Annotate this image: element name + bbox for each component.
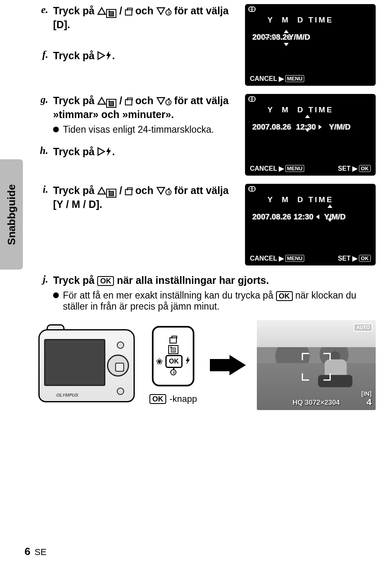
svg-marker-0 bbox=[98, 8, 105, 14]
svg-marker-6 bbox=[98, 148, 105, 155]
step-j-bullet: För att få en mer exakt inställning kan … bbox=[53, 290, 376, 312]
auto-badge: AUTO bbox=[354, 323, 372, 332]
up-triangle-icon bbox=[97, 187, 106, 195]
lcd1-header: Y M D TIME bbox=[267, 16, 334, 25]
step-letter-g: g. bbox=[37, 94, 48, 122]
bullet-icon bbox=[53, 292, 59, 298]
sidebar-tab: Snabbguide bbox=[0, 159, 23, 270]
step-j: j. Tryck på OK när alla inställningar ha… bbox=[37, 274, 376, 288]
right-triangle-icon bbox=[97, 147, 105, 156]
flash-icon bbox=[105, 147, 112, 156]
exposure-icon: ▨ bbox=[106, 9, 116, 18]
print-icon bbox=[125, 189, 132, 195]
step-letter-e: e. bbox=[37, 4, 48, 32]
focus-bracket-icon bbox=[323, 373, 331, 381]
svg-marker-3 bbox=[106, 51, 111, 60]
left-arrow-icon bbox=[316, 214, 319, 219]
clock-icon bbox=[248, 96, 256, 102]
up-arrow-icon bbox=[284, 30, 289, 33]
up-triangle-icon bbox=[97, 97, 106, 105]
sidebar-label: Snabbguide bbox=[5, 184, 18, 245]
step-i: i. Tryck på ▨ / och för att välja [Y / M… bbox=[37, 184, 234, 212]
in-label: [IN] bbox=[361, 390, 372, 397]
down-triangle-icon bbox=[156, 187, 165, 195]
step-h: h. Tryck på . bbox=[37, 145, 234, 159]
step-g-b1: Tryck på bbox=[53, 95, 94, 106]
clock-icon bbox=[248, 186, 256, 192]
right-arrow-icon bbox=[318, 125, 322, 129]
step-g: g. Tryck på ▨ / och för att välja »timma… bbox=[37, 94, 234, 122]
lcd-screen-2: Y M D TIME 2007.08.26 12:30 Y/M/D CANCEL… bbox=[245, 94, 376, 176]
step-e-before: Tryck på bbox=[53, 5, 94, 16]
lcd-screen-3: Y M D TIME 2007.08.26 12:30 Y/M/D CANCEL… bbox=[245, 184, 376, 265]
self-timer-icon bbox=[165, 189, 172, 195]
exposure-icon: ▨ bbox=[106, 189, 116, 198]
menu-icon: MENU bbox=[285, 75, 304, 83]
step-g-bullet: Tiden visas enligt 24-timmarsklocka. bbox=[53, 124, 234, 135]
step-letter-i: i. bbox=[37, 184, 48, 212]
print-icon bbox=[125, 99, 132, 105]
shots-remaining: 4 bbox=[367, 397, 372, 408]
down-arrow-icon bbox=[327, 219, 332, 222]
self-timer-icon bbox=[165, 99, 172, 105]
ok-icon: OK bbox=[359, 165, 371, 172]
ok-icon: OK bbox=[359, 255, 371, 262]
step-e: e. Tryck på ▨ / och för att välja [D]. bbox=[37, 4, 234, 32]
page-number: 6 SE bbox=[24, 545, 47, 558]
step-f-before: Tryck på bbox=[53, 50, 94, 61]
up-arrow-icon bbox=[327, 205, 332, 208]
ok-button-icon: OK bbox=[97, 276, 114, 286]
ok-button-icon: OK bbox=[276, 291, 293, 301]
flash-icon bbox=[185, 357, 191, 365]
clock-icon bbox=[248, 7, 256, 12]
down-triangle-icon bbox=[156, 97, 165, 105]
lcd1-cancel: CANCEL bbox=[250, 75, 277, 83]
step-letter-h: h. bbox=[37, 145, 48, 159]
sample-photo: AUTO [IN] HQ 3072×2304 4 bbox=[257, 320, 376, 410]
ok-knapp-label: OK -knapp bbox=[149, 394, 197, 404]
step-e-between: och bbox=[135, 5, 153, 16]
step-letter-j: j. bbox=[37, 274, 48, 288]
flash-icon bbox=[105, 51, 112, 60]
d-pad-detail: ▨ ❀ OK bbox=[149, 326, 198, 391]
down-arrow-icon bbox=[305, 129, 310, 132]
bullet-icon bbox=[53, 127, 59, 132]
lcd1-time: --:-- bbox=[264, 33, 277, 42]
lcd-screen-1: Y M D TIME 2007.08.26 --:-- Y/M/D CANCEL… bbox=[245, 4, 376, 86]
exposure-icon: ▨ bbox=[106, 99, 116, 108]
lcd1-fmt: Y/M/D bbox=[289, 33, 310, 42]
svg-marker-1 bbox=[157, 8, 165, 14]
down-arrow-icon bbox=[284, 43, 289, 46]
step-letter-f: f. bbox=[37, 49, 48, 63]
svg-marker-10 bbox=[186, 357, 190, 365]
svg-marker-7 bbox=[106, 147, 111, 156]
down-triangle-icon bbox=[156, 7, 165, 15]
focus-bracket-icon bbox=[302, 373, 309, 381]
macro-icon: ❀ bbox=[156, 357, 163, 366]
exposure-icon: ▨ bbox=[168, 345, 178, 354]
print-icon bbox=[125, 9, 132, 16]
up-triangle-icon bbox=[97, 7, 106, 15]
svg-marker-4 bbox=[98, 98, 105, 104]
focus-bracket-icon bbox=[302, 353, 309, 360]
self-timer-icon bbox=[170, 369, 176, 375]
focus-bracket-icon bbox=[323, 353, 331, 360]
resolution-label: HQ 3072×2304 bbox=[257, 399, 376, 407]
arrow-right-icon bbox=[210, 355, 245, 375]
step-f: f. Tryck på . bbox=[37, 49, 234, 63]
right-triangle-icon bbox=[97, 51, 105, 60]
svg-marker-9 bbox=[157, 187, 165, 194]
step-f-after: . bbox=[112, 50, 115, 61]
ok-button: OK bbox=[165, 355, 183, 368]
self-timer-icon bbox=[165, 9, 172, 16]
print-icon bbox=[169, 337, 177, 343]
svg-marker-2 bbox=[98, 52, 105, 59]
camera-illustration: OLYMPUS bbox=[37, 325, 136, 405]
svg-marker-8 bbox=[98, 187, 105, 194]
svg-marker-5 bbox=[157, 98, 165, 104]
up-arrow-icon bbox=[305, 115, 310, 118]
